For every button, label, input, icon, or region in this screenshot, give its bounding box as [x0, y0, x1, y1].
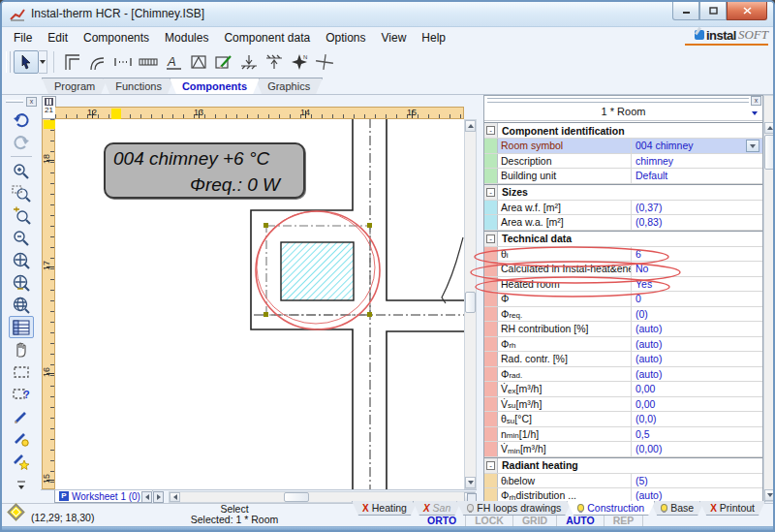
zoom-add-icon[interactable]	[9, 204, 34, 227]
panel-close-icon[interactable]: x	[751, 96, 761, 106]
select-arrow-icon[interactable]	[14, 50, 39, 74]
pan-hand-icon[interactable]	[9, 338, 34, 360]
pencil-icon[interactable]	[9, 405, 34, 427]
row-v-ex[interactable]: V̇ex [m³/h]0,00	[484, 382, 762, 397]
section-component-identification[interactable]: -Component identification	[484, 122, 762, 139]
tab-san[interactable]: XSan	[413, 501, 461, 516]
canvas-vscrollbar[interactable]	[464, 119, 477, 489]
menu-view[interactable]: View	[374, 29, 415, 47]
row-theta-i[interactable]: θi6	[484, 247, 762, 263]
row-rad-contr[interactable]: Rad. contr. [%](auto)	[484, 352, 762, 367]
browse-icon[interactable]	[9, 294, 34, 316]
select-window-icon[interactable]	[9, 360, 34, 383]
format-wand-icon[interactable]	[9, 427, 34, 450]
row-area-wf[interactable]: Area w.f. [m²](0,37)	[484, 201, 762, 216]
axes-cross-icon[interactable]	[312, 50, 337, 74]
menu-components[interactable]: Components	[76, 29, 157, 47]
wall-icon[interactable]	[60, 50, 85, 74]
tab-heating[interactable]: XHeating	[352, 501, 418, 516]
panel-scroll-up-icon[interactable]	[764, 122, 775, 134]
row-phi-rad[interactable]: Φrad.(auto)	[484, 367, 762, 383]
row-heated-room[interactable]: Heated roomYes	[484, 277, 762, 293]
hscroll-thumb[interactable]	[284, 492, 309, 502]
panel-scrollbar[interactable]	[763, 95, 775, 502]
zoom-out-icon[interactable]	[9, 227, 34, 249]
row-description[interactable]: Descriptionchimney	[484, 154, 762, 170]
row-theta-su[interactable]: θsu [°C](0,0)	[484, 412, 762, 427]
worksheet-prev-icon[interactable]	[141, 491, 152, 503]
row-calculated-in[interactable]: Calculated in Instal-heat&energyNo	[484, 262, 762, 277]
row-building-unit[interactable]: Building unitDefault	[484, 169, 762, 184]
minimize-button[interactable]	[672, 2, 699, 20]
roof-icon[interactable]	[186, 50, 211, 74]
row-room-symbol[interactable]: Room symbol004 chimney	[484, 139, 762, 154]
menu-edit[interactable]: Edit	[40, 29, 76, 47]
section-sizes[interactable]: -Sizes	[484, 184, 762, 201]
row-v-min[interactable]: V̇min [m³/h](0,00)	[484, 442, 762, 457]
menu-file[interactable]: File	[6, 29, 40, 47]
row-theta-i-below[interactable]: θi below(5)	[484, 474, 762, 489]
scroll-down-icon[interactable]	[465, 477, 476, 488]
menu-options[interactable]: Options	[318, 29, 373, 47]
tab-components[interactable]: Components	[170, 78, 260, 94]
room-symbol-dropdown-icon[interactable]	[746, 140, 760, 152]
row-rh-contribution[interactable]: RH contribution [%](auto)	[484, 322, 762, 337]
panel-scroll-thumb[interactable]	[764, 135, 775, 170]
zoom-window-icon[interactable]	[9, 182, 34, 204]
zoom-scale-icon[interactable]	[9, 271, 34, 294]
drawing-canvas[interactable]: 004 chimney +6 °C Φreq.: 0 W	[55, 119, 464, 489]
maximize-button[interactable]	[699, 2, 727, 20]
zoom-in-icon[interactable]	[9, 160, 34, 182]
worksheet-tab[interactable]: P Worksheet 1 (0)	[54, 490, 153, 503]
worksheet-next-icon[interactable]	[153, 491, 164, 503]
menu-help[interactable]: Help	[414, 29, 453, 47]
chimney-body[interactable]	[281, 242, 354, 300]
scroll-left-icon[interactable]	[170, 492, 180, 502]
scroll-up-icon[interactable]	[465, 120, 476, 132]
component-table-icon[interactable]	[9, 316, 34, 338]
more-tools-icon[interactable]	[9, 472, 34, 494]
tab-construction[interactable]: Construction	[567, 501, 655, 516]
wall-right-bottom[interactable]	[387, 331, 464, 489]
row-phi-req[interactable]: Φreq.(0)	[484, 307, 762, 323]
section-radiant-heating[interactable]: -Radiant heating	[484, 457, 762, 474]
radiator-icon[interactable]	[136, 50, 161, 74]
door-arc[interactable]	[442, 237, 463, 303]
tab-functions[interactable]: Functions	[103, 78, 174, 94]
ruler-scale-box[interactable]: 21	[42, 96, 56, 119]
row-phi-rh[interactable]: Φrh(auto)	[484, 337, 762, 353]
row-phi[interactable]: Φ0	[484, 292, 762, 307]
north-arrow-icon[interactable]: N	[287, 50, 312, 74]
pipe-arc-icon[interactable]	[85, 50, 110, 74]
row-n-min[interactable]: nmin [1/h]0,5	[484, 427, 762, 443]
left-toolbar-grip[interactable]	[6, 100, 23, 103]
close-button[interactable]	[727, 2, 767, 20]
room-label[interactable]: 004 chimney +6 °C Φreq.: 0 W	[104, 142, 305, 199]
menu-component-data[interactable]: Component data	[216, 29, 318, 47]
tab-graphics[interactable]: Graphics	[255, 78, 323, 94]
panel-selector-dropdown[interactable]	[748, 108, 760, 119]
panel-grip[interactable]	[487, 98, 749, 103]
menu-modules[interactable]: Modules	[157, 29, 216, 47]
tab-program[interactable]: Program	[42, 78, 108, 94]
row-area-wa[interactable]: Area w.a. [m²](0,83)	[484, 215, 762, 231]
panel-splitter[interactable]	[477, 95, 483, 502]
section-technical-data[interactable]: -Technical data	[484, 231, 762, 247]
tab-fh-loops-drawings[interactable]: FH loops drawings	[456, 501, 572, 516]
tab-base[interactable]: Base	[650, 501, 704, 516]
tab-printout[interactable]: XPrintout	[699, 501, 765, 516]
select-query-icon[interactable]: ?	[9, 383, 34, 405]
title-bar[interactable]: Instal-therm HCR - [Chimney.ISB]	[2, 2, 773, 27]
toolbar-grip[interactable]	[6, 51, 11, 73]
left-toolbar-close-icon[interactable]: x	[26, 97, 37, 107]
floor-level-icon[interactable]	[236, 50, 262, 74]
vscroll-thumb[interactable]	[465, 292, 476, 313]
select-arrow-dropdown[interactable]	[39, 50, 47, 74]
row-v-su[interactable]: V̇su [m³/h]0,00	[484, 397, 762, 413]
redo-icon[interactable]	[9, 131, 34, 153]
ceiling-level-icon[interactable]	[262, 50, 287, 74]
zoom-extents-icon[interactable]	[9, 249, 34, 271]
edit-drawing-icon[interactable]	[211, 50, 236, 74]
break-line-icon[interactable]	[110, 50, 136, 74]
panel-scroll-down-icon[interactable]	[764, 489, 775, 501]
